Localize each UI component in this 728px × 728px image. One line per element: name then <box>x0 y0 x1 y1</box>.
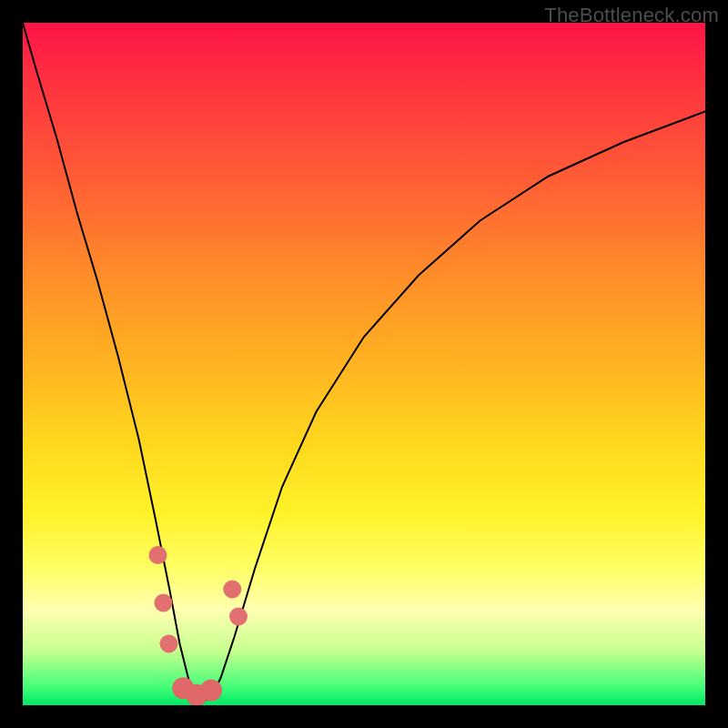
curve-overlay <box>23 23 705 705</box>
curve-marker-3 <box>223 581 241 599</box>
curve-marker-1 <box>155 594 173 612</box>
bottleneck-curve <box>23 23 705 702</box>
curve-marker-7 <box>200 680 222 702</box>
curve-marker-0 <box>149 546 167 564</box>
plot-area <box>23 23 705 705</box>
chart-stage: TheBottleneck.com <box>0 0 728 728</box>
curve-marker-4 <box>229 608 248 626</box>
watermark-text: TheBottleneck.com <box>544 4 719 27</box>
curve-marker-2 <box>160 635 178 653</box>
markers-group <box>149 546 248 705</box>
